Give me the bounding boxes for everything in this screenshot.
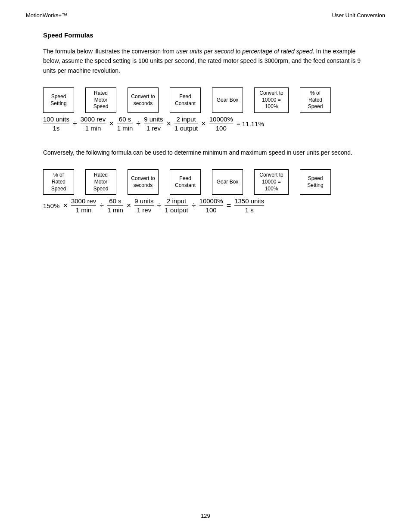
frac-3000rev-1: 3000 rev 1 min bbox=[81, 115, 106, 132]
op2-times-1: × bbox=[59, 201, 71, 210]
op-placeholder-2 bbox=[116, 87, 128, 113]
op-div-1: ÷ bbox=[69, 119, 81, 128]
formula1-block: SpeedSetting RatedMotorSpeed Convert tos… bbox=[43, 87, 368, 132]
header-right: User Unit Conversion bbox=[332, 12, 385, 19]
label-rated-motor-speed: RatedMotorSpeed bbox=[85, 87, 116, 113]
frac-2input-1: 2 input 1 output bbox=[174, 115, 198, 132]
op-div-2: ÷ bbox=[133, 119, 144, 128]
op2-div-2: ÷ bbox=[154, 201, 165, 210]
op-placeholder-5 bbox=[243, 87, 254, 113]
frac-1350units: 1350 units 1 s bbox=[234, 197, 264, 214]
frac-60s-1: 60 s 1 min bbox=[117, 115, 133, 132]
label2-percent-rated-speed: % of RatedSpeed bbox=[43, 169, 74, 195]
op2-placeholder-6 bbox=[289, 169, 300, 195]
op-placeholder-1 bbox=[74, 87, 85, 113]
op2-placeholder-1 bbox=[74, 169, 85, 195]
formula2-block: % of RatedSpeed RatedMotorSpeed Convert … bbox=[43, 169, 368, 214]
op2-eq: = bbox=[223, 201, 235, 210]
formula1-labels: SpeedSetting RatedMotorSpeed Convert tos… bbox=[43, 87, 368, 113]
op-times-2: × bbox=[163, 119, 174, 128]
label-convert-10000: Convert to10000 =100% bbox=[254, 87, 289, 113]
frac-9units-1: 9 units 1 rev bbox=[144, 115, 163, 132]
frac-10000pct-2: 10000% 100 bbox=[199, 197, 223, 214]
label2-convert-seconds: Convert toseconds bbox=[128, 169, 159, 195]
op-placeholder-6 bbox=[289, 87, 300, 113]
label-feed-constant: FeedConstant bbox=[170, 87, 201, 113]
formula2-labels: % of RatedSpeed RatedMotorSpeed Convert … bbox=[43, 169, 368, 195]
op2-placeholder-2 bbox=[116, 169, 128, 195]
val-150pct: 150% bbox=[43, 202, 59, 209]
section-title: Speed Formulas bbox=[43, 31, 368, 39]
label-gear-box: Gear Box bbox=[212, 87, 243, 113]
result-1: = 11.11% bbox=[233, 120, 264, 128]
op-times-3: × bbox=[198, 119, 209, 128]
formula1-equation: 100 units 1s ÷ 3000 rev 1 min × 60 s 1 m… bbox=[43, 115, 368, 132]
label2-rated-motor-speed: RatedMotorSpeed bbox=[85, 169, 116, 195]
op2-placeholder-5 bbox=[243, 169, 254, 195]
label2-speed-setting: SpeedSetting bbox=[300, 169, 331, 195]
header-left: MotionWorks+™ bbox=[26, 12, 67, 19]
conversely-paragraph: Conversely, the following formula can be… bbox=[43, 148, 368, 157]
op2-times-2: × bbox=[123, 201, 135, 210]
frac-3000rev-2: 3000 rev 1 min bbox=[71, 197, 96, 214]
frac-2input-2: 2 input 1 output bbox=[165, 197, 188, 214]
label-speed-setting: SpeedSetting bbox=[43, 87, 74, 113]
op2-div-1: ÷ bbox=[96, 201, 107, 210]
op-times-1: × bbox=[106, 119, 117, 128]
formula2-equation: 150% × 3000 rev 1 min ÷ 60 s 1 min × 9 u… bbox=[43, 197, 368, 214]
page-number: 129 bbox=[201, 513, 210, 519]
frac-10000pct-1: 10000% 100 bbox=[209, 115, 233, 132]
label2-feed-constant: FeedConstant bbox=[170, 169, 201, 195]
intro-paragraph: The formula below illustrates the conver… bbox=[43, 47, 368, 75]
frac-60s-2: 60 s 1 min bbox=[107, 197, 123, 214]
label-percent-rated-speed: % of RatedSpeed bbox=[300, 87, 331, 113]
op2-placeholder-4 bbox=[201, 169, 212, 195]
label-convert-seconds: Convert toseconds bbox=[128, 87, 159, 113]
frac-100units: 100 units 1s bbox=[43, 115, 69, 132]
op2-placeholder-3 bbox=[159, 169, 170, 195]
op2-div-3: ÷ bbox=[188, 201, 199, 210]
label2-gear-box: Gear Box bbox=[212, 169, 243, 195]
op-placeholder-3 bbox=[159, 87, 170, 113]
frac-9units-2: 9 units 1 rev bbox=[134, 197, 153, 214]
op-placeholder-4 bbox=[201, 87, 212, 113]
label2-convert-10000: Convert to10000 =100% bbox=[254, 169, 289, 195]
